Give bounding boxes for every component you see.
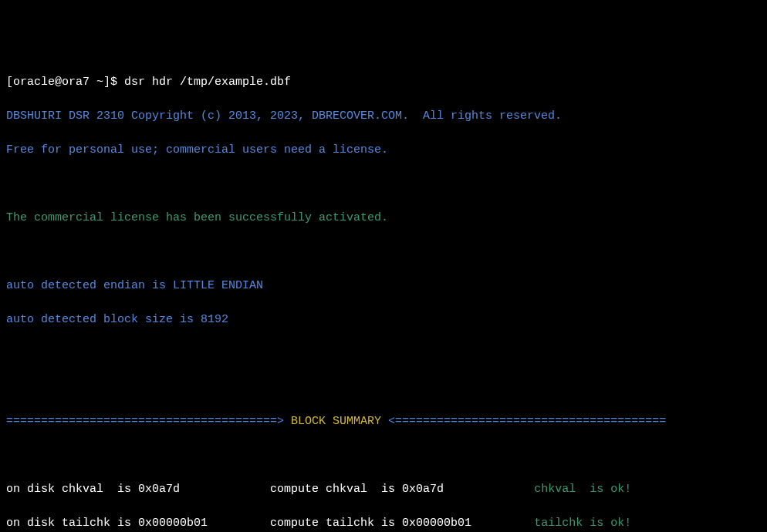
divider-left: =======================================>: [6, 415, 291, 428]
prompt-line: [oracle@ora7 ~]$ dsr hdr /tmp/example.db…: [6, 74, 761, 91]
chkval-disk: on disk chkval is 0x0a7d compute chkval …: [6, 483, 534, 496]
divider-title: BLOCK SUMMARY: [291, 415, 381, 428]
chkval-line: on disk chkval is 0x0a7d compute chkval …: [6, 481, 761, 498]
command: dsr hdr /tmp/example.dbf: [124, 76, 291, 89]
copyright-line-2: Free for personal use; commercial users …: [6, 142, 761, 159]
tailchk-line: on disk tailchk is 0x00000b01 compute ta…: [6, 515, 761, 532]
shell-prompt: [oracle@ora7 ~]$: [6, 76, 124, 89]
blank-line: [6, 345, 761, 362]
tailchk-ok: tailchk is ok!: [534, 517, 631, 530]
blank-line: [6, 176, 761, 193]
divider-right: <=======================================: [381, 415, 666, 428]
blocksize-line: auto detected block size is 8192: [6, 311, 761, 328]
blank-line: [6, 244, 761, 261]
tailchk-disk: on disk tailchk is 0x00000b01 compute ta…: [6, 517, 534, 530]
license-line: The commercial license has been successf…: [6, 210, 761, 227]
divider-line: =======================================>…: [6, 413, 761, 430]
chkval-ok: chkval is ok!: [534, 483, 631, 496]
blank-line: [6, 379, 761, 396]
endian-line: auto detected endian is LITTLE ENDIAN: [6, 278, 761, 295]
blank-line: [6, 447, 761, 464]
copyright-line-1: DBSHUIRI DSR 2310 Copyright (c) 2013, 20…: [6, 108, 761, 125]
